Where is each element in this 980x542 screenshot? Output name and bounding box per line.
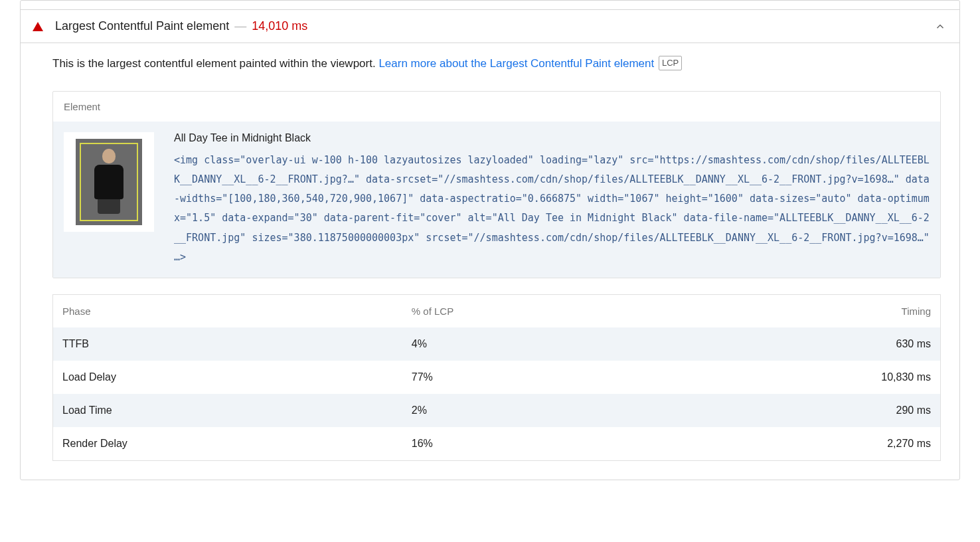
audit-value: 14,010 ms [252, 19, 307, 33]
phase-name: Render Delay [53, 427, 402, 461]
audit-title: Largest Contentful Paint element [55, 19, 229, 33]
phase-header-row: Phase % of LCP Timing [53, 295, 941, 328]
audit-panel: Largest Contentful Paint element — 14,01… [20, 0, 960, 480]
phase-name: TTFB [53, 327, 402, 361]
audit-separator: — [234, 19, 246, 33]
lcp-tag: LCP [659, 56, 682, 70]
audit-description: This is the largest contentful element p… [52, 55, 941, 72]
element-node-label: All Day Tee in Midnight Black [174, 132, 930, 144]
table-row: Load Time 2% 290 ms [53, 394, 941, 427]
phase-timing: 290 ms [655, 394, 940, 427]
table-row: Load Delay 77% 10,830 ms [53, 361, 941, 394]
previous-section-edge [21, 1, 959, 10]
phase-pct: 2% [402, 394, 655, 427]
element-header: Element [53, 92, 940, 122]
element-snippet: <img class="overlay-ui w-100 h-100 lazya… [174, 151, 930, 268]
audit-body: This is the largest contentful element p… [21, 43, 959, 480]
thumbnail-person-icon [92, 149, 125, 215]
phase-name: Load Time [53, 394, 402, 427]
phase-name: Load Delay [53, 361, 402, 394]
learn-more-link[interactable]: Learn more about the Largest Contentful … [378, 57, 654, 70]
table-row: TTFB 4% 630 ms [53, 327, 941, 361]
element-table: Element All Day Tee in Midnight Black <i [52, 91, 941, 279]
phase-pct: 16% [402, 427, 655, 461]
element-thumbnail [64, 132, 154, 232]
col-timing: Timing [655, 295, 940, 328]
description-text: This is the largest contentful element p… [52, 57, 378, 70]
phase-pct: 4% [402, 327, 655, 361]
element-row[interactable]: All Day Tee in Midnight Black <img class… [53, 122, 940, 278]
audit-header[interactable]: Largest Contentful Paint element — 14,01… [21, 10, 959, 43]
chevron-up-icon[interactable] [934, 21, 946, 33]
col-phase: Phase [53, 295, 402, 328]
phase-timing: 2,270 ms [655, 427, 940, 461]
table-row: Render Delay 16% 2,270 ms [53, 427, 941, 461]
warning-triangle-icon [33, 22, 43, 31]
col-pct: % of LCP [402, 295, 655, 328]
phase-table: Phase % of LCP Timing TTFB 4% 630 ms Loa… [52, 294, 941, 461]
phase-timing: 10,830 ms [655, 361, 940, 394]
phase-timing: 630 ms [655, 327, 940, 361]
phase-pct: 77% [402, 361, 655, 394]
